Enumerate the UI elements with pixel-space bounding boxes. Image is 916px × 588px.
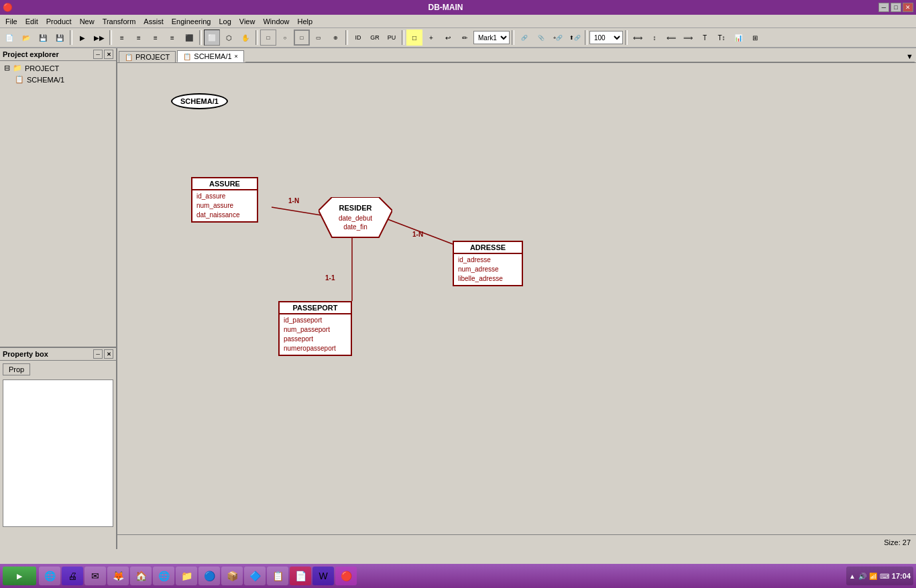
tb-save2[interactable]: 💾 xyxy=(52,30,68,46)
taskbar-app-chrome[interactable]: 🌐 xyxy=(153,567,174,585)
taskbar-app-acrobat[interactable]: 📄 xyxy=(290,567,311,585)
zoom-select[interactable]: 100 75 50 150 xyxy=(589,31,623,44)
minimize-button[interactable]: ─ xyxy=(878,3,889,12)
project-explorer-panel: Project explorer ─ ✕ ⊟ 📁 PROJECT 📋 SCHEM… xyxy=(0,48,116,348)
tb-open[interactable]: 📂 xyxy=(18,30,34,46)
tb-text2[interactable]: T↕ xyxy=(713,30,730,46)
project-folder-icon: 📁 xyxy=(13,64,22,72)
tab-schema[interactable]: 📋 SCHEMA/1 × xyxy=(177,50,244,62)
taskbar-app-word[interactable]: W xyxy=(312,567,334,585)
tb-text1[interactable]: T xyxy=(697,30,713,46)
tree-schema[interactable]: 📋 SCHEMA/1 xyxy=(1,74,115,85)
tray-icon-4: ⌨ xyxy=(880,573,889,580)
resider-field2: date_fin xyxy=(343,223,367,231)
maximize-button[interactable]: □ xyxy=(891,3,901,12)
menu-engineering[interactable]: Engineering xyxy=(168,16,215,27)
svg-line-0 xyxy=(272,207,325,216)
tb-zoom-tool2[interactable]: ↕ xyxy=(646,30,663,46)
taskbar-app-home[interactable]: 🏠 xyxy=(130,567,152,585)
tb-id[interactable]: ID xyxy=(350,30,366,46)
taskbar-app-pdf[interactable]: 📋 xyxy=(267,567,288,585)
tree-project[interactable]: ⊟ 📁 PROJECT xyxy=(1,62,115,74)
tab-scroll-arrow[interactable]: ▼ xyxy=(905,51,915,62)
tb-gr[interactable]: GR xyxy=(367,30,383,46)
tb-hand[interactable]: ✋ xyxy=(237,30,253,46)
resider-field1: date_debut xyxy=(339,215,372,222)
toolbar: 📄 📂 💾 💾 ▶ ▶▶ ≡ ≡ ≡ ≡ ⬛ ⬜ ⬡ ✋ □ ○ □ ▭ ⊕ I… xyxy=(0,28,916,48)
schema-label: SCHEMA/1 xyxy=(27,76,64,84)
menu-product[interactable]: Product xyxy=(42,16,76,27)
entity-adresse[interactable]: ADRESSE id_adresse num_adresse libelle_a… xyxy=(453,241,523,286)
tb-link4[interactable]: ⬆🔗 xyxy=(567,30,583,46)
tb-zoom-tool3[interactable]: ⟸ xyxy=(663,30,679,46)
tb-new[interactable]: 📄 xyxy=(1,30,17,46)
taskbar-app-ps[interactable]: 🔷 xyxy=(244,567,266,585)
menu-file[interactable]: File xyxy=(1,16,21,27)
tb-save[interactable]: 💾 xyxy=(35,30,51,46)
tb-align5[interactable]: ⬛ xyxy=(181,30,197,46)
tb-align2[interactable]: ≡ xyxy=(131,30,147,46)
tb-separator-3 xyxy=(199,30,202,45)
tb-color2[interactable]: + xyxy=(423,30,439,46)
taskbar-app-firefox[interactable]: 🦊 xyxy=(107,567,129,585)
taskbar-app-dbmain[interactable]: 🔴 xyxy=(335,567,357,585)
entity-passeport-header: PASSEPORT xyxy=(280,302,351,314)
prop-panel-close-btn[interactable]: ✕ xyxy=(104,349,113,359)
taskbar-app-3[interactable]: ✉ xyxy=(84,567,106,585)
prop-tab[interactable]: Prop xyxy=(3,363,30,375)
menu-window[interactable]: Window xyxy=(259,16,293,27)
taskbar-app-ie[interactable]: 🌐 xyxy=(39,567,60,585)
tb-link1[interactable]: 🔗 xyxy=(516,30,532,46)
menu-new[interactable]: New xyxy=(76,16,99,27)
tb-shape1[interactable]: ⬡ xyxy=(221,30,237,46)
tb-color1[interactable]: □ xyxy=(406,30,422,46)
diagram-canvas[interactable]: SCHEMA/1 ASSURE id_assure num_assure dat… xyxy=(117,63,916,534)
relationship-resider[interactable]: RESIDER date_debut date_fin xyxy=(319,197,392,245)
entity-assure[interactable]: ASSURE id_assure num_assure dat_naissanc… xyxy=(191,177,258,223)
menu-assist[interactable]: Assist xyxy=(139,16,167,27)
tray-time: 17:04 xyxy=(892,572,911,580)
tb-align4[interactable]: ≡ xyxy=(164,30,180,46)
close-button[interactable]: ✕ xyxy=(903,3,913,12)
tab-bar: 📋 PROJECT 📋 SCHEMA/1 × ▼ xyxy=(117,48,916,63)
menu-view[interactable]: View xyxy=(235,16,260,27)
taskbar-app-package[interactable]: 📦 xyxy=(221,567,243,585)
tb-zoom-tool4[interactable]: ⟹ xyxy=(680,30,696,46)
tb-link2[interactable]: 📎 xyxy=(533,30,549,46)
prop-panel-pin-btn[interactable]: ─ xyxy=(93,349,103,359)
tab-project[interactable]: 📋 PROJECT xyxy=(119,51,176,62)
schema-tab-close[interactable]: × xyxy=(235,53,238,60)
menu-transform[interactable]: Transform xyxy=(99,16,140,27)
app-icon: 🔴 xyxy=(3,3,13,12)
entity-passeport[interactable]: PASSEPORT id_passeport num_passeport pas… xyxy=(278,301,352,356)
taskbar-app-folder[interactable]: 📁 xyxy=(176,567,197,585)
tb-run2[interactable]: ▶▶ xyxy=(91,30,107,46)
mark-select[interactable]: Mark1 xyxy=(473,31,510,44)
tb-rect1[interactable]: □ xyxy=(260,30,276,46)
tb-connect[interactable]: ⊕ xyxy=(327,30,343,46)
tb-rect2[interactable]: □ xyxy=(294,30,310,46)
menu-edit[interactable]: Edit xyxy=(21,16,42,27)
menu-help[interactable]: Help xyxy=(294,16,317,27)
tb-extra[interactable]: ⊞ xyxy=(747,30,763,46)
tb-chart[interactable]: 📊 xyxy=(730,30,746,46)
tb-pu[interactable]: PU xyxy=(384,30,400,46)
panel-close-btn[interactable]: ✕ xyxy=(104,50,113,59)
passeport-field-3: passeport xyxy=(284,335,347,344)
tb-rect3[interactable]: ▭ xyxy=(310,30,327,46)
menu-log[interactable]: Log xyxy=(215,16,235,27)
start-button[interactable]: ▶ xyxy=(3,567,36,585)
tb-oval[interactable]: ○ xyxy=(277,30,293,46)
panel-pin-btn[interactable]: ─ xyxy=(93,50,103,59)
tb-color3[interactable]: ↩ xyxy=(440,30,456,46)
tb-zoom-tool1[interactable]: ⟺ xyxy=(630,30,646,46)
tb-run[interactable]: ▶ xyxy=(74,30,91,46)
taskbar-app-blue[interactable]: 🔵 xyxy=(198,567,220,585)
tb-pencil[interactable]: ✏ xyxy=(457,30,473,46)
taskbar-app-hp[interactable]: 🖨 xyxy=(62,567,83,585)
tb-link3[interactable]: +🔗 xyxy=(550,30,566,46)
tb-align3[interactable]: ≡ xyxy=(148,30,164,46)
tb-select[interactable]: ⬜ xyxy=(204,30,220,46)
assure-field-1: id_assure xyxy=(196,192,253,201)
tb-align1[interactable]: ≡ xyxy=(114,30,130,46)
